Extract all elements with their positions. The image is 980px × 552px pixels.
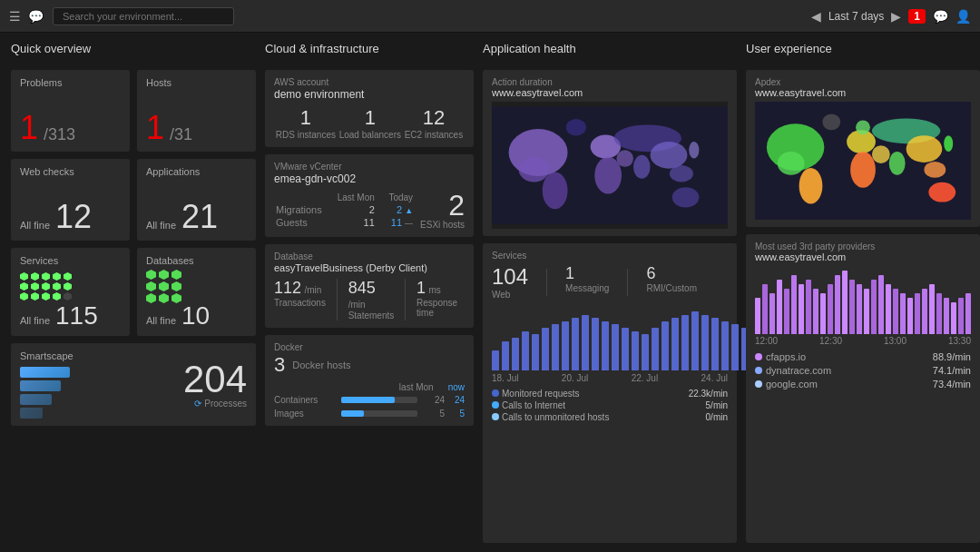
applications-status: All fine	[146, 220, 176, 231]
notifications-icon[interactable]: 💬	[933, 9, 948, 24]
applications-card[interactable]: Applications All fine 21	[137, 159, 256, 241]
services-health-label: Services	[492, 251, 728, 261]
bar	[671, 318, 679, 370]
svc-web-num: 104	[492, 264, 528, 290]
svg-point-22	[872, 145, 890, 163]
aws-ec2-label: EC2 instances	[405, 130, 463, 140]
prev-btn[interactable]: ◀	[811, 9, 821, 24]
user-icon[interactable]: 👤	[956, 9, 971, 24]
aws-card[interactable]: AWS account demo environment 1 RDS insta…	[265, 70, 474, 147]
action-duration-card[interactable]: Action duration www.easytravel.com	[483, 70, 737, 236]
images-last: 5	[430, 409, 445, 419]
services-hex-icon	[20, 272, 74, 301]
bar	[731, 324, 739, 370]
bar	[552, 324, 559, 370]
tp-bar	[820, 293, 826, 334]
bar	[522, 331, 529, 370]
problems-card[interactable]: Problems 1 /313	[11, 70, 130, 152]
legend-row-1: Monitored requests 22.3k/min	[492, 389, 728, 399]
bar	[652, 328, 659, 370]
svg-point-18	[822, 113, 840, 130]
quick-overview-column: Quick overview Problems 1 /313 Hosts 1 /…	[11, 42, 256, 543]
db-resp-unit: ms	[428, 285, 440, 295]
tp-bar	[958, 298, 964, 334]
tp-bar	[886, 284, 891, 334]
web-checks-card[interactable]: Web checks All fine 12	[11, 159, 130, 241]
svg-point-10	[670, 165, 693, 182]
apdex-card[interactable]: Apdex www.easytravel.com	[746, 70, 980, 227]
tp-bar	[915, 293, 920, 334]
providers-list: cfapps.io 88.9/min dynatrace.com 74.1/mi…	[755, 351, 971, 389]
svg-point-28	[928, 182, 956, 202]
search-input[interactable]	[53, 7, 234, 25]
alert-badge[interactable]: 1	[908, 9, 926, 24]
web-checks-count: 12	[55, 201, 92, 233]
db-tx-num: 112	[274, 279, 301, 297]
smartscape-sublabel: Processes	[204, 399, 247, 409]
services-count: 115	[55, 303, 98, 329]
action-duration-label: Action duration	[492, 77, 728, 87]
quick-overview-title: Quick overview	[11, 42, 256, 55]
databases-card[interactable]: Databases All fine 10	[137, 248, 256, 336]
services-health-card[interactable]: Services 104 Web 1 Messaging 6 RMI/Custo…	[483, 243, 737, 543]
services-value: All fine 115	[20, 303, 121, 329]
smartscape-label: Smartscape	[20, 350, 174, 361]
tp-bar	[922, 289, 927, 334]
third-party-card[interactable]: Most used 3rd party providers www.easytr…	[746, 234, 980, 543]
db-metrics: 112 /min Transactions 845 /min Statement…	[274, 279, 465, 320]
vmware-col1: Last Mon	[331, 192, 375, 202]
docker-label: Docker	[274, 342, 465, 352]
next-btn[interactable]: ▶	[891, 9, 901, 24]
chat-icon[interactable]: 💬	[28, 9, 44, 24]
tp-bar	[929, 284, 935, 334]
services-header: 104 Web 1 Messaging 6 RMI/Custom	[492, 264, 728, 300]
svc-rmi-label: RMI/Custom	[646, 283, 697, 293]
hosts-card[interactable]: Hosts 1 /31	[137, 70, 256, 152]
quick-row-3: Services	[11, 248, 256, 336]
guests-last: 11	[331, 217, 375, 228]
chart-legend: Monitored requests 22.3k/min Calls to In…	[492, 389, 728, 422]
web-checks-value: All fine 12	[20, 201, 121, 233]
vmware-name: emea-gdn-vc002	[274, 172, 465, 185]
guests-today: 11 —	[377, 217, 413, 228]
svg-point-13	[566, 119, 586, 136]
db-tx-unit: /min	[304, 285, 321, 295]
svg-point-9	[651, 142, 688, 169]
svc-web-label: Web	[492, 290, 528, 300]
bar	[492, 350, 499, 370]
smartscape-card[interactable]: Smartscape 204 ⟳ Processes	[11, 343, 256, 426]
applications-value: All fine 21	[146, 201, 247, 233]
images-bar	[341, 410, 417, 417]
vmware-card[interactable]: VMware vCenter emea-gdn-vc002 Last Mon T…	[265, 154, 474, 237]
provider-2: dynatrace.com 74.1/min	[755, 365, 971, 376]
hosts-label: Hosts	[146, 77, 247, 88]
services-card[interactable]: Services	[11, 248, 130, 336]
chart-labels: 18. Jul 20. Jul 22. Jul 24. Jul	[492, 373, 728, 383]
bar	[542, 328, 549, 370]
smartscape-stack-icon	[20, 367, 70, 419]
tp-bar	[806, 280, 811, 334]
menu-icon[interactable]: ☰	[9, 9, 21, 24]
guests-label: Guests	[276, 217, 329, 228]
provider-1: cfapps.io 88.9/min	[755, 351, 971, 362]
bar	[622, 328, 629, 370]
aws-rds-num: 1	[276, 106, 336, 130]
database-card[interactable]: Database easyTravelBusiness (Derby Clien…	[265, 244, 474, 328]
tp-bar	[828, 284, 833, 334]
web-checks-status: All fine	[20, 220, 50, 231]
user-exp-title: User experience	[746, 42, 980, 55]
docker-card[interactable]: Docker 3 Docker hosts last Mon now Conta…	[265, 335, 474, 426]
tp-time-labels: 12:00 12:30 13:00 13:30	[755, 336, 971, 346]
svg-point-21	[850, 152, 876, 188]
tp-bar	[813, 289, 818, 334]
tp-bar	[762, 284, 768, 334]
databases-count: 10	[181, 303, 210, 329]
hosts-total: /31	[170, 125, 192, 144]
bar	[612, 324, 619, 370]
applications-count: 21	[181, 201, 218, 233]
topnav: ☰ 💬 ◀ Last 7 days ▶ 1 💬 👤	[0, 0, 980, 33]
bar	[592, 318, 599, 370]
svc-rmi-num: 6	[646, 264, 697, 283]
svg-point-8	[633, 155, 651, 179]
tp-bar	[878, 275, 884, 334]
